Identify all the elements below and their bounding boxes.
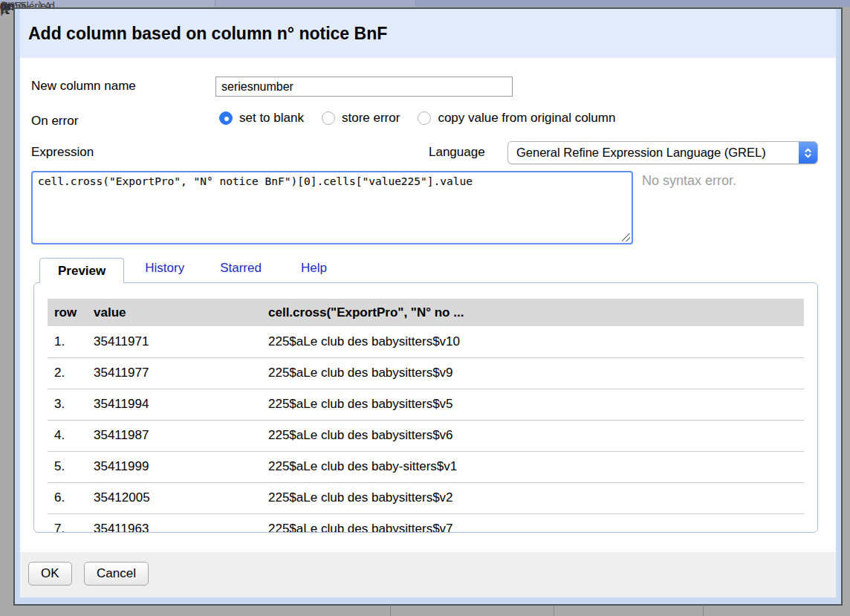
- column-header-row: row: [48, 299, 86, 326]
- row-value: 35411963: [86, 513, 268, 533]
- syntax-status: No syntax error.: [642, 173, 736, 189]
- row-index: 4.: [48, 420, 86, 451]
- tab-starred[interactable]: Starred: [220, 256, 262, 283]
- cancel-button[interactable]: Cancel: [84, 562, 149, 586]
- table-row: 6. 35412005 225$aLe club des babysitters…: [48, 482, 804, 513]
- expression-label: Expression: [31, 145, 94, 160]
- row-result: 225$aLe club des babysitters$v7: [268, 513, 804, 533]
- dialog-header: Add column based on column n° notice BnF: [20, 9, 836, 58]
- row-value: 35411987: [86, 420, 268, 451]
- table-row: 3. 35411994 225$aLe club des babysitters…: [48, 389, 804, 420]
- radio-label: copy value from original column: [438, 111, 615, 126]
- add-column-dialog: Add column based on column n° notice BnF…: [13, 7, 843, 606]
- background-grid-divider: [554, 606, 554, 616]
- column-header-expression: cell.cross("ExportPro", "N° no ...: [268, 299, 804, 326]
- background-grid-divider: [703, 606, 704, 616]
- row-value: 35411977: [86, 357, 268, 389]
- screen: lt o s CI m rt as p on de Valérie d (195…: [0, 0, 850, 616]
- row-value: 35411971: [86, 326, 268, 357]
- new-column-name-input[interactable]: [215, 77, 513, 97]
- row-index: 5.: [48, 451, 86, 482]
- row-index: 1.: [48, 326, 86, 357]
- tab-preview[interactable]: Preview: [39, 258, 124, 283]
- radio-store-error[interactable]: store error: [322, 111, 400, 126]
- row-value: 35411999: [86, 451, 268, 482]
- tab-bar: Preview History Starred Help: [39, 258, 327, 283]
- new-column-name-label: New column name: [31, 79, 136, 94]
- row-result: 225$aLe club des babysitters$v5: [268, 389, 804, 420]
- radio-button-icon: [418, 111, 431, 125]
- radio-label: store error: [342, 111, 400, 126]
- preview-table: row value cell.cross("ExportPro", "N° no…: [48, 299, 804, 533]
- row-result: 225$aLe club des babysitters$v6: [268, 420, 804, 451]
- dialog-title: Add column based on column n° notice BnF: [20, 24, 387, 44]
- row-result: 225$aLe club des baby-sitters$v1: [268, 451, 804, 482]
- table-row: 4. 35411987 225$aLe club des babysitters…: [48, 420, 804, 451]
- expression-editor: cell.cross("ExportPro", "N° notice BnF")…: [31, 171, 633, 244]
- radio-label: set to blank: [239, 111, 304, 126]
- row-value: 35411994: [86, 389, 268, 420]
- select-stepper-icon: [799, 142, 817, 163]
- on-error-label: On error: [31, 114, 78, 129]
- resize-grip-icon[interactable]: [622, 233, 630, 241]
- radio-button-icon: [219, 111, 233, 125]
- language-select[interactable]: General Refine Expression Language (GREL…: [507, 141, 818, 164]
- row-result: 225$aLe club des babysitters$v9: [268, 357, 804, 389]
- table-row: 5. 35411999 225$aLe club des baby-sitter…: [48, 451, 804, 482]
- row-index: 3.: [48, 389, 86, 420]
- table-row: 2. 35411977 225$aLe club des babysitters…: [48, 357, 804, 389]
- row-index: 7.: [48, 513, 86, 533]
- background-grid-divider: [390, 606, 391, 616]
- radio-button-icon: [322, 111, 335, 125]
- preview-panel: row value cell.cross("ExportPro", "N° no…: [33, 282, 818, 533]
- tab-help[interactable]: Help: [301, 256, 327, 283]
- row-index: 2.: [48, 357, 86, 389]
- row-result: 225$aLe club des babysitters$v10: [268, 326, 804, 357]
- radio-set-to-blank[interactable]: set to blank: [219, 111, 304, 126]
- on-error-radio-group: set to blank store error copy value from…: [219, 111, 615, 126]
- row-index: 6.: [48, 482, 86, 513]
- row-result: 225$aLe club des babysitters$v2: [268, 482, 804, 513]
- background-header-segment: [215, 0, 416, 7]
- dialog-body: New column name On error set to blank st…: [20, 58, 836, 552]
- dialog-footer: OK Cancel: [20, 552, 836, 597]
- radio-copy-value[interactable]: copy value from original column: [418, 111, 615, 126]
- preview-header-row: row value cell.cross("ExportPro", "N° no…: [48, 299, 804, 326]
- tab-history[interactable]: History: [145, 256, 184, 283]
- column-header-value: value: [86, 299, 268, 326]
- table-row: 1. 35411971 225$aLe club des babysitters…: [48, 326, 804, 357]
- dialog-frame: Add column based on column n° notice BnF…: [20, 9, 836, 597]
- expression-textarea[interactable]: cell.cross("ExportPro", "N° notice BnF")…: [31, 171, 633, 244]
- ok-button[interactable]: OK: [28, 562, 72, 586]
- language-label: Language: [429, 145, 485, 160]
- language-selected-value: General Refine Expression Language (GREL…: [508, 146, 799, 160]
- row-value: 35412005: [86, 482, 268, 513]
- table-row: 7. 35411963 225$aLe club des babysitters…: [48, 513, 804, 533]
